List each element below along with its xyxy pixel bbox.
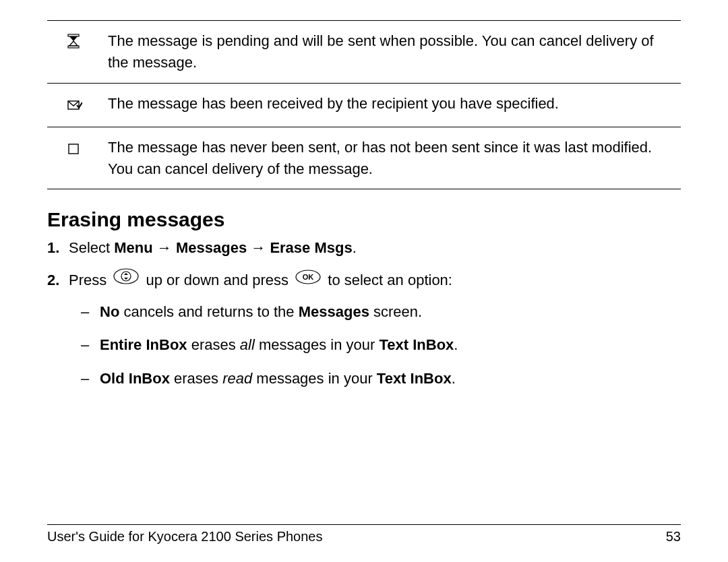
page-number: 53	[666, 529, 681, 544]
table-row: The message has been received by the rec…	[47, 83, 681, 127]
list-item: – No cancels and returns to the Messages…	[69, 299, 681, 324]
envelope-check-icon	[47, 83, 108, 127]
list-item: 2. Press up or down and press OK to sele…	[47, 268, 681, 391]
sublist: – No cancels and returns to the Messages…	[69, 299, 681, 391]
table-row: The message is pending and will be sent …	[47, 21, 681, 83]
page-content: The message is pending and will be sent …	[0, 0, 728, 391]
step-number: 1.	[47, 235, 59, 260]
status-table: The message is pending and will be sent …	[47, 21, 681, 189]
footer-rule	[47, 524, 681, 525]
ok-key-icon: OK	[295, 267, 321, 292]
steps-list: 1. Select Menu → Messages → Erase Msgs. …	[47, 235, 681, 390]
section-heading: Erasing messages	[47, 208, 681, 231]
step-text: Press up or down and press OK to select …	[69, 272, 452, 288]
page-footer: User's Guide for Kyocera 2100 Series Pho…	[47, 518, 681, 544]
svg-point-4	[114, 269, 138, 284]
step-text: Select Menu → Messages → Erase Msgs.	[69, 239, 357, 256]
hourglass-icon	[47, 21, 108, 83]
list-item: – Old InBox erases read messages in your…	[69, 366, 681, 391]
step-number: 2.	[47, 268, 59, 292]
status-text: The message has never been sent, or has …	[108, 127, 681, 189]
status-text: The message has been received by the rec…	[108, 83, 681, 127]
footer-title: User's Guide for Kyocera 2100 Series Pho…	[47, 529, 322, 544]
table-row: The message has never been sent, or has …	[47, 127, 681, 189]
empty-box-icon	[47, 127, 108, 189]
list-item: – Entire InBox erases all messages in yo…	[69, 332, 681, 357]
svg-rect-3	[69, 144, 78, 154]
svg-text:OK: OK	[303, 273, 314, 281]
status-text: The message is pending and will be sent …	[108, 21, 681, 83]
list-item: 1. Select Menu → Messages → Erase Msgs.	[47, 235, 681, 260]
nav-key-icon	[113, 267, 139, 292]
svg-rect-0	[68, 34, 79, 36]
